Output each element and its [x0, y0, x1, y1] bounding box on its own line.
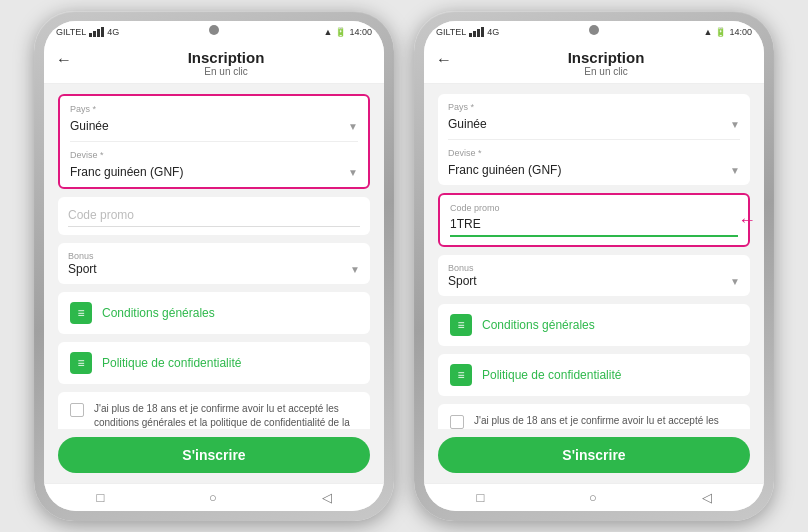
top-nav: ← Inscription En un clic	[44, 43, 384, 84]
phone-outer: GILTEL 4G ▲ 🔋 14:00	[414, 11, 774, 521]
field-divider	[70, 141, 358, 142]
bonus-label: Bonus	[448, 263, 740, 273]
signal-bars	[469, 27, 484, 37]
signal-bar-3	[97, 29, 100, 37]
conditions-item[interactable]: ≡ Conditions générales	[58, 292, 370, 334]
carrier-text: GILTEL	[436, 27, 466, 37]
nav-square-icon[interactable]: □	[476, 490, 484, 505]
bonus-value: Sport	[68, 262, 97, 276]
signal-bar-1	[89, 33, 92, 37]
phone-inner: GILTEL 4G ▲ 🔋 14:00	[424, 21, 764, 511]
conditions-icon-symbol: ≡	[457, 318, 464, 332]
signal-bar-1	[469, 33, 472, 37]
terms-text: J'ai plus de 18 ans et je confirme avoir…	[94, 402, 358, 429]
bonus-box[interactable]: Bonus Sport ▼	[438, 255, 750, 296]
phone-right: GILTEL 4G ▲ 🔋 14:00	[414, 11, 774, 521]
checkbox-area[interactable]: J'ai plus de 18 ans et je confirme avoir…	[58, 392, 370, 429]
bonus-label: Bonus	[68, 251, 360, 261]
register-button[interactable]: S'inscrire	[438, 437, 750, 473]
camera-cutout	[209, 25, 219, 35]
time-display: 14:00	[349, 27, 372, 37]
phone-outer: GILTEL 4G ▲ 🔋 14:00	[34, 11, 394, 521]
battery-icon: 🔋	[335, 27, 346, 37]
privacy-icon-symbol: ≡	[77, 356, 84, 370]
conditions-icon: ≡	[450, 314, 472, 336]
conditions-label: Conditions générales	[482, 318, 595, 332]
nav-back-icon[interactable]: ◁	[702, 490, 712, 505]
promo-box[interactable]: Code promo	[58, 197, 370, 235]
nav-square-icon[interactable]: □	[96, 490, 104, 505]
devise-value: Franc guinéen (GNF)	[448, 163, 561, 177]
devise-value-row[interactable]: Franc guinéen (GNF) ▼	[70, 165, 358, 179]
nav-circle-icon[interactable]: ○	[209, 490, 217, 505]
back-button[interactable]: ←	[56, 51, 72, 69]
devise-arrow-icon: ▼	[348, 167, 358, 178]
privacy-icon: ≡	[450, 364, 472, 386]
bonus-arrow-icon: ▼	[730, 276, 740, 287]
terms-checkbox[interactable]	[70, 403, 84, 417]
camera-cutout	[589, 25, 599, 35]
conditions-icon-symbol: ≡	[77, 306, 84, 320]
scroll-content[interactable]: Pays * Guinée ▼ Devise * Franc guinéen (…	[424, 84, 764, 429]
phone-left: GILTEL 4G ▲ 🔋 14:00	[34, 11, 394, 521]
bonus-box[interactable]: Bonus Sport ▼	[58, 243, 370, 284]
status-left: GILTEL 4G	[436, 27, 499, 37]
pays-label: Pays *	[70, 104, 358, 114]
signal-bar-2	[473, 31, 476, 37]
conditions-item[interactable]: ≡ Conditions générales	[438, 304, 750, 346]
privacy-label: Politique de confidentialité	[102, 356, 241, 370]
pays-value: Guinée	[70, 119, 109, 133]
register-button[interactable]: S'inscrire	[58, 437, 370, 473]
nav-title-area: Inscription En un clic	[460, 49, 752, 77]
page-subtitle: En un clic	[584, 66, 627, 77]
promo-placeholder[interactable]: Code promo	[68, 208, 134, 222]
nav-circle-icon[interactable]: ○	[589, 490, 597, 505]
pays-value: Guinée	[448, 117, 487, 131]
carrier-text: GILTEL	[56, 27, 86, 37]
signal-bar-2	[93, 31, 96, 37]
devise-label: Devise *	[70, 150, 358, 160]
promo-input[interactable]: 1TRE	[450, 217, 481, 231]
signal-bars	[89, 27, 104, 37]
devise-value: Franc guinéen (GNF)	[70, 165, 183, 179]
promo-label: Code promo	[450, 203, 738, 213]
page-title: Inscription	[568, 49, 645, 66]
privacy-item[interactable]: ≡ Politique de confidentialité	[58, 342, 370, 384]
bonus-arrow-icon: ▼	[350, 264, 360, 275]
conditions-icon: ≡	[70, 302, 92, 324]
back-button[interactable]: ←	[436, 51, 452, 69]
devise-label: Devise *	[448, 148, 740, 158]
status-left: GILTEL 4G	[56, 27, 119, 37]
pays-value-row[interactable]: Guinée ▼	[448, 117, 740, 131]
page-subtitle: En un clic	[204, 66, 247, 77]
bonus-value-row[interactable]: Sport ▼	[448, 274, 740, 288]
status-right: ▲ 🔋 14:00	[704, 27, 752, 37]
privacy-icon: ≡	[70, 352, 92, 374]
privacy-item[interactable]: ≡ Politique de confidentialité	[438, 354, 750, 396]
bottom-area: S'inscrire	[424, 429, 764, 483]
nav-title-area: Inscription En un clic	[80, 49, 372, 77]
scroll-content[interactable]: Pays * Guinée ▼ Devise * Franc guinéen (…	[44, 84, 384, 429]
signal-bar-4	[101, 27, 104, 37]
time-display: 14:00	[729, 27, 752, 37]
checkbox-area[interactable]: J'ai plus de 18 ans et je confirme avoir…	[438, 404, 750, 429]
network-type: 4G	[487, 27, 499, 37]
promo-underline	[450, 235, 738, 237]
wifi-icon: ▲	[324, 27, 333, 37]
bottom-nav: □ ○ ◁	[424, 483, 764, 511]
phone-inner: GILTEL 4G ▲ 🔋 14:00	[44, 21, 384, 511]
country-currency-box: Pays * Guinée ▼ Devise * Franc guinéen (…	[438, 94, 750, 185]
status-right: ▲ 🔋 14:00	[324, 27, 372, 37]
devise-value-row[interactable]: Franc guinéen (GNF) ▼	[448, 163, 740, 177]
phones-container: GILTEL 4G ▲ 🔋 14:00	[34, 11, 774, 521]
country-currency-box: Pays * Guinée ▼ Devise * Franc guinéen (…	[58, 94, 370, 189]
privacy-label: Politique de confidentialité	[482, 368, 621, 382]
nav-back-icon[interactable]: ◁	[322, 490, 332, 505]
field-divider	[448, 139, 740, 140]
pays-arrow-icon: ▼	[348, 121, 358, 132]
terms-checkbox[interactable]	[450, 415, 464, 429]
bonus-value-row[interactable]: Sport ▼	[68, 262, 360, 276]
promo-box[interactable]: Code promo 1TRE ←	[438, 193, 750, 247]
pays-value-row[interactable]: Guinée ▼	[70, 119, 358, 133]
pays-arrow-icon: ▼	[730, 119, 740, 130]
